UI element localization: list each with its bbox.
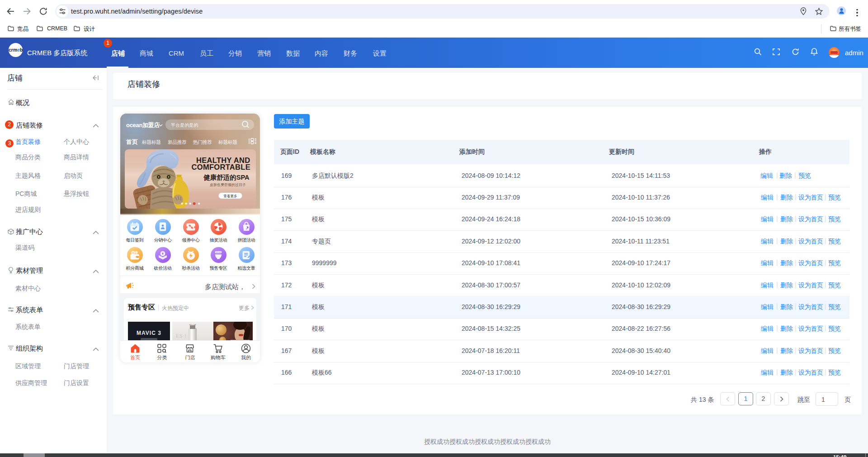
svg-text:COMFORTABLE: COMFORTABLE <box>192 163 250 171</box>
svg-text:健康舒适的SPA: 健康舒适的SPA <box>203 174 250 181</box>
svg-text:皮肤也要舒服的过日子: 皮肤也要舒服的过日子 <box>210 183 246 187</box>
svg-text:查看更多: 查看更多 <box>224 194 237 198</box>
svg-text:¥: ¥ <box>162 252 164 256</box>
svg-text:00:04: 00:04 <box>216 251 221 253</box>
